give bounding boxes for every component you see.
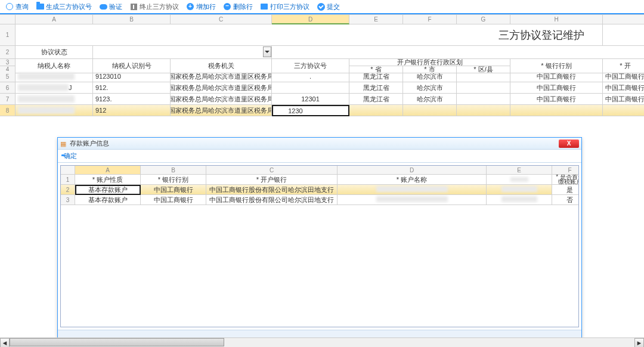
status-dropdown[interactable]	[93, 46, 272, 59]
modal-col-header[interactable]: F	[552, 166, 579, 175]
mcell-pref[interactable]: 否	[552, 195, 579, 205]
cell-taxpayer-id[interactable]: 9123.	[93, 94, 171, 105]
query-button[interactable]: 查询	[2, 2, 32, 11]
cell-bank-type[interactable]: 中国工商银行	[510, 94, 603, 105]
mcell-bank[interactable]: 中国工商银行股份有限公司哈尔滨田地支行	[206, 195, 338, 205]
cell-province[interactable]: 黑龙江省	[349, 82, 403, 94]
cell-district[interactable]	[457, 94, 510, 105]
scroll-thumb[interactable]	[10, 338, 224, 346]
cell-taxpayer-id[interactable]: 9123010	[93, 71, 171, 82]
cell-agreement-no[interactable]: .	[272, 71, 349, 82]
mcell-nature[interactable]: 基本存款账户	[75, 185, 141, 195]
mcell-nature[interactable]: 基本存款账户	[75, 195, 141, 205]
cell-tax-authority[interactable]: 国家税务总局哈尔滨市道里区税务局	[171, 94, 272, 105]
cell-province[interactable]: 黑龙江省	[349, 94, 403, 105]
delete-row-button[interactable]: –删除行	[220, 2, 256, 11]
cell-open[interactable]: 中国工商银行	[603, 82, 644, 94]
row-header[interactable]: 3	[0, 59, 16, 66]
modal-col-header[interactable]: D	[338, 166, 487, 175]
select-all-corner[interactable]	[0, 15, 16, 24]
cell-bank-type[interactable]: 中国工商银行	[510, 71, 603, 82]
cloud-icon	[99, 2, 107, 11]
mcell-btype[interactable]: 中国工商银行	[141, 195, 206, 205]
col-header[interactable]: C	[171, 15, 272, 24]
verify-button[interactable]: 验证	[96, 2, 125, 11]
cell-tax-authority[interactable]: 国家税务总局哈尔滨市道里区税务局	[171, 71, 272, 82]
cell-district[interactable]	[457, 71, 510, 82]
col-header[interactable]: G	[457, 15, 510, 24]
cell-open[interactable]	[603, 105, 644, 116]
cell-district[interactable]	[457, 105, 510, 116]
scroll-track[interactable]	[10, 338, 634, 347]
col-header[interactable]: D	[272, 15, 349, 24]
mcell-name[interactable]	[338, 185, 487, 195]
cell-taxpayer-id[interactable]: 912	[93, 105, 171, 116]
cell-bank-type[interactable]: 中国工商银行	[510, 82, 603, 94]
col-header[interactable]: A	[16, 15, 93, 24]
row-header[interactable]: 8	[0, 105, 16, 116]
modal-col-header[interactable]: E	[487, 166, 552, 175]
add-row-button[interactable]: +增加行	[183, 2, 219, 11]
confirm-button[interactable]: 确定	[64, 151, 77, 160]
cell-agreement-no[interactable]: 1230	[272, 105, 349, 116]
generate-agreement-button[interactable]: 生成三方协议号	[33, 2, 95, 11]
cell-taxpayer-name[interactable]	[16, 71, 93, 82]
col-header[interactable]: H	[510, 15, 603, 24]
col-header[interactable]: E	[349, 15, 403, 24]
account-grid[interactable]: ABCDEF1* 账户性质* 银行行别* 开户银行* 账户名称* 是否首选缴税账…	[60, 165, 579, 327]
row-header[interactable]: 2	[0, 46, 16, 59]
mcell-name[interactable]	[338, 195, 487, 205]
cell-province[interactable]	[349, 105, 403, 116]
scroll-right-button[interactable]: ►	[634, 338, 644, 347]
cell-city[interactable]: 哈尔滨市	[403, 82, 457, 94]
cell-city[interactable]	[403, 105, 457, 116]
plus-icon: +	[186, 2, 194, 11]
modal-col-header[interactable]: A	[75, 166, 141, 175]
dropdown-icon[interactable]	[263, 47, 271, 57]
cell-city[interactable]: 哈尔滨市	[403, 71, 457, 82]
mth-open-bank: * 开户银行	[206, 175, 338, 185]
row-header[interactable]: 5	[0, 71, 16, 82]
cell-open[interactable]: 中国工商银行	[603, 94, 644, 105]
mcell-no[interactable]	[487, 195, 552, 205]
mcell-btype[interactable]: 中国工商银行	[141, 185, 206, 195]
modal-row-header[interactable]: 3	[61, 195, 75, 205]
mth-preferred: * 是否首选缴税账户	[552, 175, 579, 185]
cell-tax-authority[interactable]: 国家税务总局哈尔滨市道里区税务局	[171, 82, 272, 94]
row-header[interactable]: 7	[0, 94, 16, 105]
submit-button[interactable]: 提交	[314, 2, 343, 11]
th-bank-region: 开户银行所在行政区划	[349, 59, 510, 66]
row-header[interactable]: 6	[0, 82, 16, 94]
cell-bank-type[interactable]	[510, 105, 603, 116]
print-button[interactable]: 打印三方协议	[257, 2, 312, 11]
col-header[interactable]	[603, 15, 644, 24]
col-header[interactable]: F	[403, 15, 457, 24]
mcell-pref[interactable]: 是	[552, 185, 579, 195]
cell-district[interactable]	[457, 82, 510, 94]
cell-open[interactable]: 中国工商银行	[603, 71, 644, 82]
cell-taxpayer-name[interactable]	[16, 105, 93, 116]
mth-nature: * 账户性质	[75, 175, 141, 185]
cell-taxpayer-name[interactable]: J	[16, 82, 93, 94]
row-header[interactable]: 1	[0, 24, 16, 46]
cell-tax-authority[interactable]: 国家税务总局哈尔滨市道里区税务局	[171, 105, 272, 116]
modal-col-header[interactable]: C	[206, 166, 338, 175]
cell-province[interactable]: 黑龙江省	[349, 71, 403, 82]
close-button[interactable]: X	[559, 140, 579, 148]
terminate-button[interactable]: 终止三方协议	[126, 2, 182, 11]
modal-row-header[interactable]: 2	[61, 185, 75, 195]
cell-taxpayer-id[interactable]: 912.	[93, 82, 171, 94]
dialog-titlebar[interactable]: ▦ 存款账户信息 X	[58, 138, 581, 150]
mcell-bank[interactable]: 中国工商银行股份有限公司哈尔滨田地支行	[206, 185, 338, 195]
horizontal-scrollbar[interactable]: ◄ ►	[0, 337, 644, 347]
cell-city[interactable]: 哈尔滨市	[403, 94, 457, 105]
modal-col-header[interactable]: B	[141, 166, 206, 175]
modal-row-header[interactable]: 1	[61, 175, 75, 185]
cell-agreement-no[interactable]: 12301	[272, 94, 349, 105]
modal-corner[interactable]	[61, 166, 75, 175]
mcell-no[interactable]	[487, 185, 552, 195]
cell-agreement-no[interactable]	[272, 82, 349, 94]
col-header[interactable]: B	[93, 15, 171, 24]
cell-taxpayer-name[interactable]	[16, 94, 93, 105]
scroll-left-button[interactable]: ◄	[0, 338, 10, 347]
